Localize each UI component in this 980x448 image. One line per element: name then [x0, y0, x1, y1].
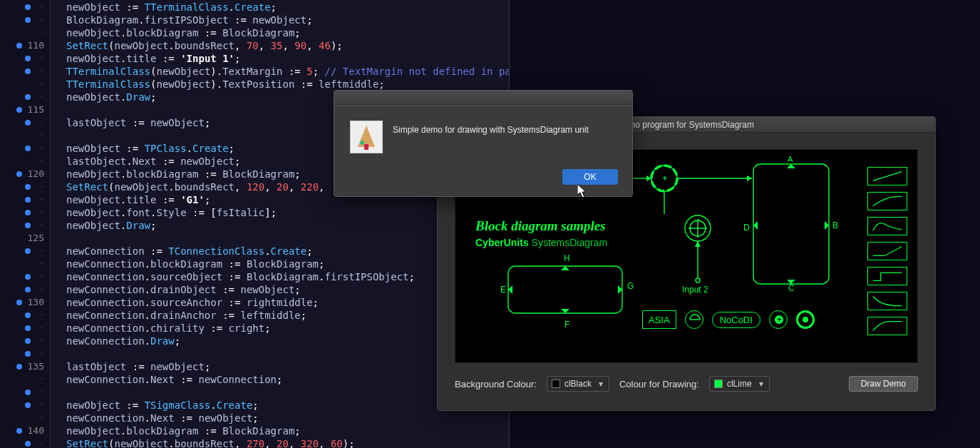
breakpoint-icon[interactable]	[25, 146, 31, 151]
breakpoint-icon[interactable]	[25, 94, 31, 100]
gutter-line[interactable]: ·	[0, 91, 50, 103]
breakpoint-icon[interactable]	[25, 351, 31, 357]
svg-text:+: +	[662, 173, 668, 183]
code-line[interactable]: SetRect(newObject.boundsRect, 70, 35, 90…	[66, 39, 510, 52]
nocodi-button[interactable]: NoCoDI	[712, 312, 760, 328]
gutter-line[interactable]: 130	[0, 296, 50, 309]
breakpoint-icon[interactable]	[25, 441, 31, 447]
breakpoint-icon[interactable]	[25, 248, 31, 254]
bg-colour-combo[interactable]: clBlack ▾	[547, 376, 609, 392]
gutter-line[interactable]: 120	[0, 168, 50, 180]
label-B: B	[832, 220, 838, 230]
gutter-line[interactable]: ·	[0, 142, 50, 155]
gutter-line[interactable]: ·	[0, 309, 50, 322]
gutter-line[interactable]: ·	[0, 26, 50, 39]
breakpoint-icon[interactable]	[16, 428, 22, 434]
gutter-line[interactable]: ·	[0, 155, 50, 168]
gutter-line[interactable]: ·	[0, 245, 50, 258]
fg-colour-combo[interactable]: clLime ▾	[709, 376, 770, 392]
breakpoint-icon[interactable]	[25, 56, 31, 61]
breakpoint-icon[interactable]	[25, 184, 31, 190]
breakpoint-icon[interactable]	[16, 300, 22, 305]
breakpoint-icon[interactable]	[25, 287, 31, 292]
draw-demo-button[interactable]: Draw Demo	[849, 376, 918, 392]
code-line[interactable]: BlockDiagram.firstIPSObject := newObject…	[66, 14, 510, 26]
gutter-line[interactable]: ·	[0, 322, 50, 335]
breakpoint-icon[interactable]	[25, 197, 31, 203]
breakpoint-icon[interactable]	[25, 210, 31, 215]
gutter-line[interactable]: 110	[0, 39, 50, 52]
palette-linear[interactable]	[867, 167, 907, 185]
code-line[interactable]: newObject.blockDiagram := BlockDiagram;	[66, 26, 510, 39]
breakpoint-icon[interactable]	[16, 107, 22, 113]
breakpoint-icon[interactable]	[16, 43, 22, 49]
gutter-line[interactable]: ·	[0, 335, 50, 347]
gutter-line[interactable]: ·	[0, 129, 50, 142]
gutter-line[interactable]: ·	[0, 116, 50, 129]
ok-button[interactable]: OK	[562, 169, 618, 185]
label-E: E	[500, 285, 506, 295]
gutter-line[interactable]: ·	[0, 180, 50, 193]
palette-sat-up[interactable]	[867, 192, 907, 210]
palette-decay[interactable]	[867, 292, 907, 310]
plus-circle-button[interactable]: +	[769, 310, 788, 329]
breakpoint-icon[interactable]	[25, 68, 31, 74]
gutter-line[interactable]: ·	[0, 386, 50, 399]
gutter-line[interactable]: ·	[0, 437, 50, 448]
gutter-line[interactable]: ·	[0, 412, 50, 424]
svg-rect-23	[753, 164, 829, 284]
breakpoint-icon[interactable]	[25, 312, 31, 318]
dialog-titlebar[interactable]	[334, 91, 632, 106]
gutter-line[interactable]: ·	[0, 399, 50, 412]
asia-button[interactable]: ASIA	[642, 310, 676, 329]
svg-point-33	[360, 141, 364, 145]
palette-pulse[interactable]	[867, 217, 907, 235]
label-F: F	[564, 320, 569, 330]
palette-step[interactable]	[867, 267, 907, 285]
ring-circle-button[interactable]	[796, 310, 815, 329]
gutter-line[interactable]: ·	[0, 283, 50, 296]
label-G: G	[627, 281, 634, 291]
gutter-line[interactable]: ·	[0, 270, 50, 283]
breakpoint-icon[interactable]	[25, 223, 31, 228]
gutter-line[interactable]: ·	[0, 258, 50, 270]
code-line[interactable]: TTerminalClass(newObject).TextPosition :…	[66, 78, 510, 91]
gutter-line[interactable]: 125	[0, 232, 50, 245]
gutter-line[interactable]: ·	[0, 193, 50, 206]
label-H: H	[564, 253, 570, 263]
breakpoint-icon[interactable]	[25, 325, 31, 331]
breakpoint-icon[interactable]	[16, 364, 22, 370]
gutter-line[interactable]: ·	[0, 1, 50, 14]
code-line[interactable]: newObject.title := 'Input 1';	[66, 52, 510, 65]
code-line[interactable]: TTerminalClass(newObject).TextMargin := …	[66, 65, 510, 78]
gutter-line[interactable]: 135	[0, 360, 50, 373]
breakpoint-icon[interactable]	[25, 390, 31, 395]
gutter-line[interactable]: ·	[0, 347, 50, 360]
gutter-line[interactable]: ·	[0, 78, 50, 91]
gutter-line[interactable]: 115	[0, 103, 50, 116]
code-line[interactable]: SetRect(newObject.boundsRect, 270, 20, 3…	[66, 437, 510, 448]
breakpoint-icon[interactable]	[25, 402, 31, 408]
gutter-line[interactable]: ·	[0, 14, 50, 26]
breakpoint-icon[interactable]	[25, 4, 31, 10]
palette-saturate[interactable]	[867, 317, 907, 335]
code-line[interactable]: newConnection.Next := newObject;	[66, 412, 510, 424]
gutter-line[interactable]: ·	[0, 52, 50, 65]
breakpoint-icon[interactable]	[25, 274, 31, 280]
gutter-line[interactable]: ·	[0, 219, 50, 232]
gutter-line[interactable]: 140	[0, 424, 50, 437]
svg-marker-26	[787, 164, 795, 168]
gutter-line[interactable]: ·	[0, 65, 50, 78]
fg-colour-label: Colour for Drawing:	[619, 379, 699, 390]
breakpoint-icon[interactable]	[25, 120, 31, 126]
gutter-line[interactable]: ·	[0, 206, 50, 219]
pi-circle-button[interactable]	[685, 310, 703, 329]
breakpoint-icon[interactable]	[25, 17, 31, 23]
code-line[interactable]: newObject.blockDiagram := BlockDiagram;	[66, 424, 510, 437]
svg-rect-0	[508, 266, 622, 313]
breakpoint-icon[interactable]	[16, 171, 22, 177]
palette-ramp[interactable]	[867, 242, 907, 260]
code-line[interactable]: newObject := TTerminalClass.Create;	[66, 1, 510, 14]
gutter-line[interactable]: ·	[0, 373, 50, 386]
breakpoint-icon[interactable]	[25, 338, 31, 344]
